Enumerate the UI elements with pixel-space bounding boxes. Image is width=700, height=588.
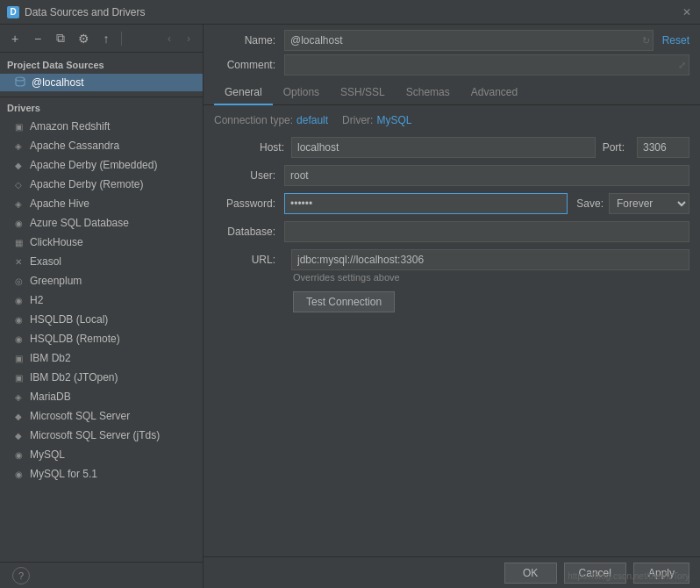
title-bar: D Data Sources and Drivers ✕ [0,0,700,25]
driver-item[interactable]: ✕Exasol [0,252,203,271]
tab-schemas[interactable]: Schemas [396,81,461,105]
port-label: Port: [603,141,625,154]
toolbar-sep [121,32,122,46]
driver-icon: ◉ [12,296,25,305]
password-label: Password: [214,197,284,210]
driver-icon: ◆ [12,161,25,170]
driver-name: IBM Db2 (JTOpen) [30,371,118,384]
drivers-header: Drivers [0,97,203,117]
password-input[interactable] [284,193,568,214]
host-row: Host: Port: [214,137,689,158]
password-row: Password: Save: Forever Until restart Ne… [214,193,689,214]
left-bottom: ? [0,562,203,588]
user-label: User: [214,169,284,182]
driver-item[interactable]: ◈Apache Hive [0,194,203,213]
driver-name: Exasol [30,255,61,268]
driver-icon: ▣ [12,354,25,363]
driver-item[interactable]: ◆Apache Derby (Embedded) [0,155,203,175]
test-connection-btn[interactable]: Test Connection [293,291,395,312]
settings-btn[interactable]: ⚙ [74,29,93,48]
driver-name: Amazon Redshift [30,120,110,133]
project-datasources-section: Project Data Sources @localhost [0,53,203,93]
driver-icon: ◉ [12,334,25,344]
reset-btn[interactable]: Reset [662,34,689,47]
duplicate-datasource-btn[interactable]: ⧉ [51,29,70,48]
remove-datasource-btn[interactable]: − [28,29,47,48]
driver-item[interactable]: ◉HSQLDB (Local) [0,310,203,329]
driver-icon: ◎ [12,276,25,286]
save-label: Save: [576,197,604,210]
driver-item[interactable]: ◉MySQL [0,445,203,464]
driver-item[interactable]: ◇Apache Derby (Remote) [0,175,203,194]
driver-icon: ◈ [12,141,25,151]
nav-buttons: ‹ › [161,30,197,47]
driver-name: Microsoft SQL Server [30,410,130,422]
drivers-section: Drivers ▣Amazon Redshift◈Apache Cassandr… [0,97,203,562]
driver-icon: ◉ [12,450,25,460]
help-btn[interactable]: ? [12,567,30,584]
driver-name: HSQLDB (Local) [30,313,108,326]
database-input[interactable] [284,221,689,242]
driver-icon: ◉ [12,470,25,479]
save-row: Save: Forever Until restart Never [576,193,689,214]
driver-item[interactable]: ▣IBM Db2 [0,348,203,368]
driver-item[interactable]: ▦ClickHouse [0,233,203,252]
tab-advanced[interactable]: Advanced [461,81,528,105]
driver-icon: ▣ [12,122,25,132]
comment-input-wrapper: ⤢ [284,54,689,75]
conn-type-value[interactable]: default [296,114,328,126]
tabs-bar: General Options SSH/SSL Schemas Advanced [204,81,700,105]
driver-name: ClickHouse [30,236,83,248]
name-input[interactable] [284,30,654,51]
driver-item[interactable]: ◉HSQLDB (Remote) [0,329,203,348]
driver-icon: ◉ [12,315,25,325]
add-datasource-btn[interactable]: + [5,29,25,48]
driver-value[interactable]: MySQL [376,114,411,126]
driver-name: Microsoft SQL Server (jTds) [30,429,160,441]
left-panel: + − ⧉ ⚙ ↑ ‹ › Project Data Sources @ [0,25,204,588]
tab-ssh-ssl[interactable]: SSH/SSL [330,81,396,105]
driver-item[interactable]: ◈Apache Cassandra [0,136,203,155]
driver-name: IBM Db2 [30,352,71,364]
driver-item[interactable]: ◎Greenplum [0,271,203,290]
ok-btn[interactable]: OK [504,563,557,584]
driver-icon: ◆ [12,412,25,421]
driver-item[interactable]: ◉MySQL for 5.1 [0,464,203,484]
driver-item[interactable]: ▣Amazon Redshift [0,117,203,136]
forward-btn[interactable]: › [180,30,197,47]
driver-item[interactable]: ◉H2 [0,290,203,310]
datasource-icon [14,76,26,89]
window-controls: ✕ [681,6,693,18]
driver-icon: ◆ [12,431,25,441]
port-input[interactable] [637,137,689,158]
driver-icon: ◇ [12,180,25,190]
tab-general[interactable]: General [214,81,273,105]
driver-item[interactable]: ◉Azure SQL Database [0,213,203,233]
driver-name: HSQLDB (Remote) [30,333,120,345]
driver-icon: ◈ [12,199,25,209]
tab-options[interactable]: Options [273,81,330,105]
driver-icon: ▦ [12,238,25,247]
back-btn[interactable]: ‹ [161,30,178,47]
app-icon: D [7,6,19,18]
url-input[interactable] [291,249,689,270]
driver-name: H2 [30,294,43,306]
datasource-item-localhost[interactable]: @localhost [0,74,203,91]
close-btn[interactable]: ✕ [681,6,693,18]
name-input-wrapper: ↻ [284,30,654,51]
save-select[interactable]: Forever Until restart Never [609,193,689,214]
driver-item[interactable]: ▣IBM Db2 (JTOpen) [0,368,203,387]
import-btn[interactable]: ↑ [96,29,116,48]
comment-label: Comment: [214,59,284,71]
driver-item[interactable]: ◈MariaDB [0,387,203,406]
comment-expand-icon: ⤢ [678,60,686,71]
user-row: User: [214,165,689,186]
host-input[interactable] [291,137,596,158]
driver-item[interactable]: ◆Microsoft SQL Server (jTds) [0,426,203,445]
user-input[interactable] [284,165,689,186]
driver-name: Apache Cassandra [30,140,119,152]
driver-label: Driver: [342,114,373,126]
comment-input[interactable] [284,54,689,75]
drivers-list: ▣Amazon Redshift◈Apache Cassandra◆Apache… [0,117,203,484]
driver-item[interactable]: ◆Microsoft SQL Server [0,406,203,426]
